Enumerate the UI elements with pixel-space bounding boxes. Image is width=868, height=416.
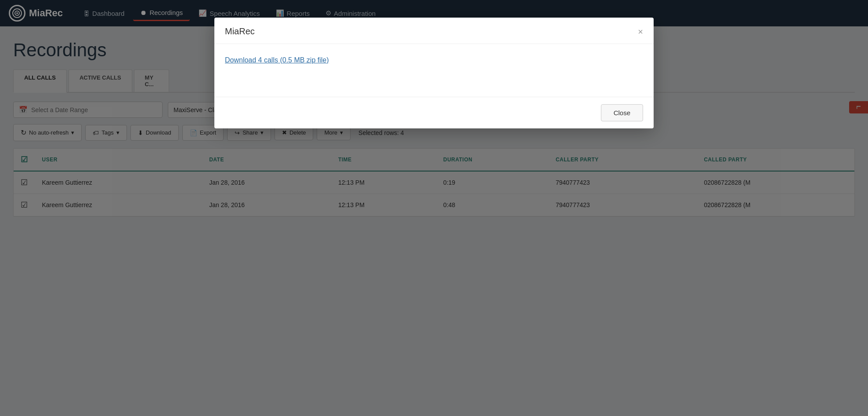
download-link[interactable]: Download 4 calls (0.5 MB zip file) xyxy=(225,56,329,64)
modal-close-button[interactable]: Close xyxy=(601,104,643,121)
modal-footer: Close xyxy=(214,97,654,128)
modal-body: Download 4 calls (0.5 MB zip file) xyxy=(214,44,654,97)
modal-header: MiaRec × xyxy=(214,18,654,44)
modal-title: MiaRec xyxy=(225,26,255,36)
modal-dialog: MiaRec × Download 4 calls (0.5 MB zip fi… xyxy=(214,18,654,128)
modal-close-x-button[interactable]: × xyxy=(638,27,643,36)
modal-overlay: MiaRec × Download 4 calls (0.5 MB zip fi… xyxy=(0,0,868,416)
